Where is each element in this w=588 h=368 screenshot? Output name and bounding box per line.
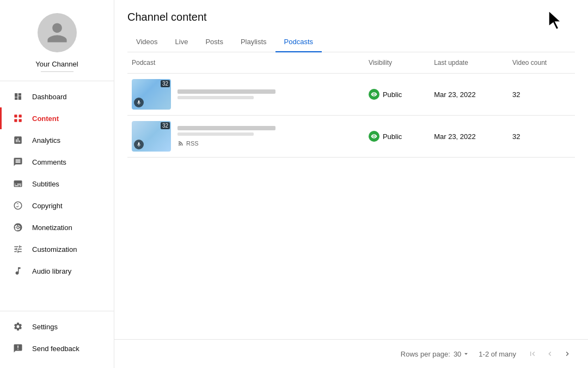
podcast-info-1 [177,89,275,99]
page-title: Channel content [127,11,575,23]
podcast-thumbnail-1: 32 [132,79,171,110]
visibility-icon-2 [369,131,379,142]
podcast-title-bar-1 [177,89,275,94]
rows-per-page: Rows per page: 30 [401,350,470,358]
avatar [38,13,77,52]
visibility-label-2: Public [383,132,402,141]
sidebar-label-subtitles: Subtitles [32,180,59,188]
thumb-count-1: 32 [161,80,170,87]
sidebar-bottom: Settings Send feedback [0,311,114,368]
sidebar-item-send-feedback[interactable]: Send feedback [0,337,114,359]
comments-icon [13,156,23,167]
next-page-button[interactable] [560,346,575,361]
table-row: 32 [127,74,575,116]
channel-divider [41,71,74,72]
rss-label: RSS [177,140,275,147]
podcast-mic-icon-2 [134,140,144,149]
tab-playlists[interactable]: Playlists [232,32,275,52]
analytics-icon [13,135,23,146]
page-info: 1-2 of many [479,350,516,358]
podcast-subtitle-bar-2 [177,132,254,136]
podcast-thumbnail-2: 32 [132,121,171,152]
sidebar-item-audio-library[interactable]: Audio library [0,260,114,282]
sidebar-item-subtitles[interactable]: Subtitles [0,173,114,195]
svg-rect-1 [19,114,22,117]
channel-header: Your Channel [0,0,114,81]
thumb-count-2: 32 [161,122,170,129]
audio-library-icon [13,266,23,276]
tab-posts[interactable]: Posts [197,32,232,52]
content-icon [13,113,23,124]
sidebar-nav: Dashboard Content Analytics Comments [0,81,114,311]
visibility-label-1: Public [383,91,402,99]
dashboard-icon [13,91,23,102]
sidebar-label-content: Content [32,114,59,123]
pagination-bar: Rows per page: 30 1-2 of many [114,339,588,368]
copyright-icon [13,200,23,211]
sidebar-label-send-feedback: Send feedback [32,345,79,353]
col-header-video-count: Video count [508,52,575,74]
page-nav [525,346,575,361]
sidebar-item-settings[interactable]: Settings [0,316,114,337]
sidebar-label-settings: Settings [32,323,58,331]
visibility-icon-1 [369,89,379,100]
podcast-cell-2: 32 RSS [127,116,364,158]
podcast-info-2: RSS [177,126,275,147]
chevron-down-icon [462,350,470,358]
tab-live[interactable]: Live [167,32,197,52]
table-row: 32 RSS [127,116,575,158]
rows-per-page-label: Rows per page: [401,350,450,358]
sidebar-item-content[interactable]: Content [0,107,114,129]
sidebar: Your Channel Dashboard Content Analytics [0,0,114,368]
sidebar-label-copyright: Copyright [32,202,63,210]
channel-name: Your Channel [35,60,78,68]
rss-icon [177,140,184,147]
svg-rect-2 [14,119,17,122]
sidebar-label-comments: Comments [32,158,66,166]
svg-rect-0 [14,114,17,117]
first-page-button[interactable] [525,346,540,361]
subtitles-icon [13,178,23,189]
sidebar-label-analytics: Analytics [32,136,60,144]
sidebar-item-copyright[interactable]: Copyright [0,195,114,216]
video-count-cell-2: 32 [508,116,575,158]
sidebar-item-analytics[interactable]: Analytics [0,129,114,151]
sidebar-label-monetization: Monetization [32,224,72,232]
podcasts-table: Podcast Visibility Last update Video cou… [127,52,575,158]
sidebar-label-dashboard: Dashboard [32,93,67,101]
customization-icon [13,244,23,255]
last-update-cell-1: Mar 23, 2022 [430,74,508,116]
col-header-last-update: Last update [430,52,508,74]
sidebar-item-customization[interactable]: Customization [0,238,114,260]
rss-text: RSS [186,140,199,147]
last-update-cell-2: Mar 23, 2022 [430,116,508,158]
rows-per-page-select[interactable]: 30 [454,350,470,358]
prev-page-button[interactable] [542,346,558,361]
sidebar-label-audio-library: Audio library [32,267,71,275]
podcast-subtitle-bar-1 [177,96,254,99]
video-count-cell-1: 32 [508,74,575,116]
sidebar-label-customization: Customization [32,245,77,254]
tab-podcasts[interactable]: Podcasts [275,32,322,52]
podcast-title-bar-2 [177,126,275,130]
tabs: Videos Live Posts Playlists Podcasts [127,32,575,52]
podcast-cell-1: 32 [127,74,364,116]
sidebar-item-monetization[interactable]: Monetization [0,216,114,238]
rows-per-page-value: 30 [454,350,461,358]
table-container: Podcast Visibility Last update Video cou… [114,52,588,339]
feedback-icon [13,343,23,354]
sidebar-item-comments[interactable]: Comments [0,151,114,173]
podcast-mic-icon-1 [134,98,144,107]
main-header: Channel content Videos Live Posts Playli… [114,0,588,52]
visibility-cell-2: Public [364,116,430,158]
settings-icon [13,321,23,332]
col-header-visibility: Visibility [364,52,430,74]
col-header-podcast: Podcast [127,52,364,74]
main-content: Channel content Videos Live Posts Playli… [114,0,588,368]
monetization-icon [13,222,23,233]
visibility-cell-1: Public [364,74,430,116]
tab-videos[interactable]: Videos [127,32,167,52]
svg-rect-3 [19,119,22,122]
sidebar-item-dashboard[interactable]: Dashboard [0,86,114,107]
